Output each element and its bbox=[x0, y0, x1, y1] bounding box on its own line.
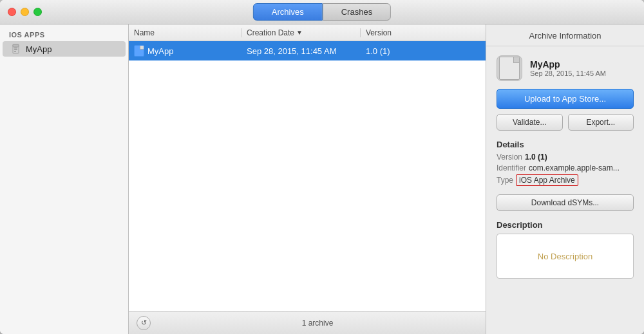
details-title: Details bbox=[497, 140, 634, 149]
tab-group: Archives Crashes bbox=[253, 3, 391, 21]
version-label: Version bbox=[497, 153, 522, 162]
col-header-version[interactable]: Version bbox=[361, 28, 425, 37]
description-title: Description bbox=[497, 220, 634, 230]
main-window: Archives Crashes iOS Apps MyApp bbox=[0, 0, 644, 334]
svg-rect-1 bbox=[13, 44, 19, 47]
col-version-label: Version bbox=[366, 28, 392, 37]
row-name: MyApp bbox=[129, 45, 242, 57]
col-header-date[interactable]: Creation Date ▼ bbox=[242, 28, 361, 37]
sidebar-item-label: MyApp bbox=[26, 44, 52, 54]
traffic-lights bbox=[0, 8, 42, 16]
archive-count: 1 archive bbox=[157, 319, 478, 328]
sidebar-item-myapp[interactable]: MyApp bbox=[3, 41, 126, 57]
export-button[interactable]: Export... bbox=[568, 114, 634, 131]
identifier-label: Identifier bbox=[497, 163, 526, 172]
row-date: Sep 28, 2015, 11:45 AM bbox=[242, 46, 361, 56]
upload-button[interactable]: Upload to App Store... bbox=[497, 89, 634, 109]
description-box: No Description bbox=[497, 234, 634, 279]
tab-crashes[interactable]: Crashes bbox=[323, 3, 391, 21]
app-name: MyApp bbox=[530, 59, 606, 70]
app-info-text: MyApp Sep 28, 2015, 11:45 AM bbox=[530, 59, 606, 77]
identifier-value: com.example.apple-sam... bbox=[529, 163, 620, 172]
file-header: Name Creation Date ▼ Version bbox=[129, 24, 486, 41]
col-header-name[interactable]: Name bbox=[129, 28, 242, 37]
description-empty: No Description bbox=[538, 252, 592, 261]
file-list: MyApp Sep 28, 2015, 11:45 AM 1.0 (1) bbox=[129, 41, 486, 311]
app-header: MyApp Sep 28, 2015, 11:45 AM bbox=[486, 46, 644, 89]
svg-rect-3 bbox=[14, 50, 17, 50]
info-panel: Archive Information MyApp Sep 28, 2015, … bbox=[486, 24, 644, 334]
validate-export-row: Validate... Export... bbox=[497, 114, 634, 131]
svg-rect-2 bbox=[14, 48, 17, 48]
refresh-button[interactable]: ↺ bbox=[137, 316, 151, 330]
file-area: Name Creation Date ▼ Version MyApp Se bbox=[129, 24, 486, 334]
ios-app-icon bbox=[12, 44, 22, 54]
file-bottom-bar: ↺ 1 archive bbox=[129, 311, 486, 334]
download-dsyms-button[interactable]: Download dSYMs... bbox=[497, 194, 634, 211]
identifier-row: Identifier com.example.apple-sam... bbox=[497, 163, 634, 172]
refresh-icon: ↺ bbox=[141, 319, 147, 327]
sidebar: iOS Apps MyApp bbox=[0, 24, 129, 334]
type-row: Type iOS App Archive bbox=[497, 174, 634, 186]
type-value: iOS App Archive bbox=[516, 174, 578, 186]
app-date: Sep 28, 2015, 11:45 AM bbox=[530, 70, 606, 77]
sort-arrow-icon: ▼ bbox=[296, 29, 303, 36]
app-icon bbox=[497, 55, 522, 81]
file-icon bbox=[134, 45, 144, 57]
validate-button[interactable]: Validate... bbox=[497, 114, 563, 131]
titlebar: Archives Crashes bbox=[0, 0, 644, 24]
maximize-button[interactable] bbox=[33, 8, 42, 16]
type-label: Type bbox=[497, 176, 513, 185]
app-icon-inner bbox=[499, 57, 520, 80]
description-section: Description No Description bbox=[486, 220, 644, 279]
col-name-label: Name bbox=[134, 28, 155, 37]
svg-rect-4 bbox=[14, 51, 16, 51]
minimize-button[interactable] bbox=[21, 8, 29, 16]
main-content: iOS Apps MyApp Name Creation bbox=[0, 24, 644, 334]
version-row: Version 1.0 (1) bbox=[497, 153, 634, 162]
info-panel-title: Archive Information bbox=[486, 24, 644, 46]
tab-archives[interactable]: Archives bbox=[253, 3, 323, 21]
details-section: Details Version 1.0 (1) Identifier com.e… bbox=[486, 140, 644, 188]
table-row[interactable]: MyApp Sep 28, 2015, 11:45 AM 1.0 (1) bbox=[129, 41, 486, 60]
row-version: 1.0 (1) bbox=[361, 46, 486, 56]
sidebar-section-label: iOS Apps bbox=[0, 24, 128, 41]
col-date-label: Creation Date bbox=[247, 28, 294, 37]
version-value: 1.0 (1) bbox=[525, 153, 547, 162]
close-button[interactable] bbox=[8, 8, 16, 16]
